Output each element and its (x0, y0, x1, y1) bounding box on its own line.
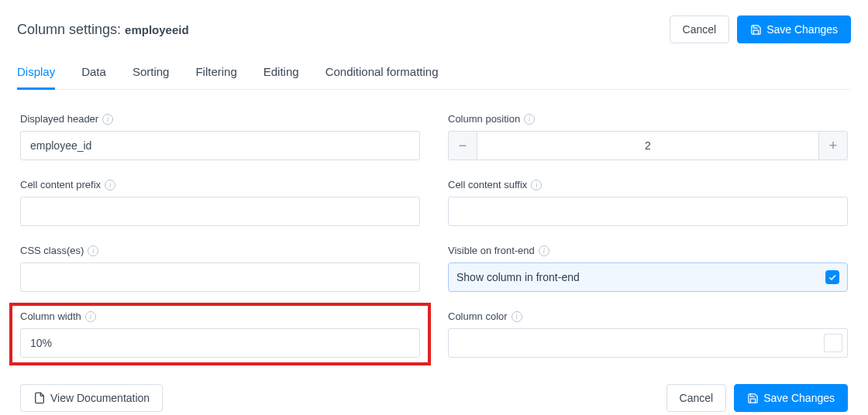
save-icon (747, 393, 759, 404)
header-row: Column settings: employeeid Cancel Save … (17, 15, 851, 43)
visible-frontend-text: Show column in front-end (456, 271, 580, 283)
displayed-header-label: Displayed header (20, 113, 98, 125)
save-label: Save Changes (766, 23, 838, 36)
field-column-width: Column width i (20, 310, 420, 358)
save-button-footer[interactable]: Save Changes (734, 384, 848, 412)
tab-conditional-formatting[interactable]: Conditional formatting (326, 65, 439, 89)
info-icon[interactable]: i (524, 114, 535, 125)
view-docs-label: View Documentation (50, 392, 150, 404)
tabs: Display Data Sorting Filtering Editing C… (17, 65, 851, 90)
title-prefix: Column settings: (17, 22, 125, 37)
info-icon[interactable]: i (105, 180, 115, 190)
css-classes-input[interactable] (20, 262, 420, 292)
tab-filtering[interactable]: Filtering (195, 65, 236, 89)
field-column-color: Column color i (448, 310, 848, 358)
info-icon[interactable]: i (85, 311, 96, 322)
cell-suffix-input[interactable] (448, 197, 848, 226)
save-button[interactable]: Save Changes (737, 15, 851, 43)
stepper-decrement-button[interactable]: − (448, 131, 477, 160)
field-cell-prefix: Cell content prefix i (20, 179, 420, 226)
field-column-position: Column position i − + (448, 113, 848, 160)
info-icon[interactable]: i (512, 311, 522, 322)
visible-frontend-label: Visible on front-end (448, 245, 535, 256)
column-position-stepper: − + (448, 131, 848, 160)
title-subject: employeeid (125, 23, 189, 36)
document-icon (33, 392, 46, 404)
info-icon[interactable]: i (539, 245, 549, 256)
column-position-input[interactable] (477, 131, 818, 160)
field-visible-frontend: Visible on front-end i Show column in fr… (448, 245, 848, 292)
tab-display[interactable]: Display (17, 65, 55, 90)
css-classes-label: CSS class(es) (20, 245, 84, 256)
cancel-label: Cancel (680, 392, 714, 404)
cell-suffix-label: Cell content suffix (448, 179, 527, 190)
tab-editing[interactable]: Editing (264, 65, 299, 89)
column-color-label: Column color (448, 310, 508, 322)
column-color-input[interactable] (448, 328, 848, 358)
save-label: Save Changes (763, 392, 835, 404)
cancel-button[interactable]: Cancel (670, 15, 730, 43)
view-documentation-button[interactable]: View Documentation (20, 384, 163, 412)
save-icon (750, 24, 762, 36)
field-cell-suffix: Cell content suffix i (448, 179, 848, 226)
visible-frontend-toggle[interactable]: Show column in front-end (448, 262, 848, 292)
info-icon[interactable]: i (531, 180, 542, 190)
page-title: Column settings: employeeid (17, 22, 189, 38)
color-swatch[interactable] (824, 334, 842, 352)
checkbox-checked-icon (825, 270, 839, 284)
info-icon[interactable]: i (88, 245, 98, 256)
info-icon[interactable]: i (102, 114, 113, 125)
field-displayed-header: Displayed header i (20, 113, 420, 160)
stepper-increment-button[interactable]: + (818, 131, 848, 160)
column-width-label: Column width (20, 310, 81, 322)
cell-prefix-label: Cell content prefix (20, 179, 101, 190)
cell-prefix-input[interactable] (20, 197, 420, 226)
footer-row: View Documentation Cancel Save Changes (17, 384, 851, 412)
column-position-label: Column position (448, 113, 520, 125)
cancel-button-footer[interactable]: Cancel (666, 384, 727, 412)
field-css-classes: CSS class(es) i (20, 245, 420, 292)
column-width-input[interactable] (20, 328, 420, 358)
cancel-label: Cancel (683, 23, 717, 36)
tab-data[interactable]: Data (81, 65, 106, 89)
tab-sorting[interactable]: Sorting (133, 65, 170, 89)
displayed-header-input[interactable] (20, 131, 420, 160)
